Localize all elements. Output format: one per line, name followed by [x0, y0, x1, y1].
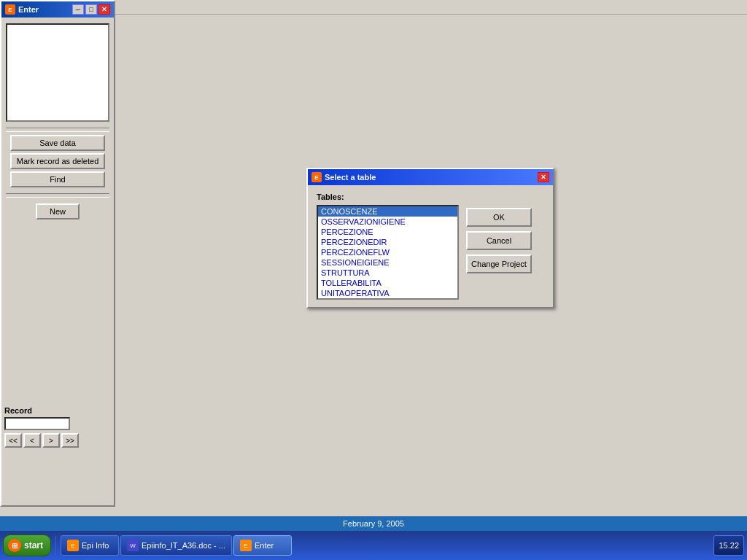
table-item-osservazionigiene[interactable]: OSSERVAZIONIGIENE	[318, 217, 457, 227]
taskbar-clock: 15.22	[713, 535, 744, 556]
clock-time: 15.22	[719, 541, 739, 550]
start-button[interactable]: ⊞ start	[3, 534, 51, 556]
save-data-button[interactable]: Save data	[10, 135, 105, 151]
nav-next-button[interactable]: >	[42, 433, 60, 448]
taskbar-doc-label: Epiinfo_IT_A36.doc - ...	[142, 541, 225, 550]
nav-last-button[interactable]: >>	[61, 433, 79, 448]
nav-prev-button[interactable]: <	[23, 433, 41, 448]
epiinfo-icon: E	[67, 540, 79, 551]
enter-app-icon: E	[5, 4, 15, 15]
table-item-percezionedir[interactable]: PERCEZIONEDIR	[318, 237, 457, 247]
start-icon: ⊞	[8, 539, 21, 552]
display-area	[6, 23, 109, 122]
new-button[interactable]: New	[36, 203, 80, 219]
mark-deleted-button[interactable]: Mark record as deleted	[10, 153, 105, 169]
table-item-sessioneigiene[interactable]: SESSIONEIGIENE	[318, 257, 457, 268]
date-text: February 9, 2005	[343, 519, 404, 528]
find-button[interactable]: Find	[10, 171, 105, 187]
left-panel-titlebar: E Enter ─ □ ✕	[1, 1, 114, 18]
minimize-button[interactable]: ─	[72, 4, 84, 15]
dialog-close-button[interactable]: ✕	[538, 172, 549, 182]
record-label: Record	[4, 406, 114, 415]
enter-icon: E	[240, 540, 252, 551]
dialog-title: Select a table	[325, 173, 376, 182]
doc-icon: W	[127, 540, 139, 551]
table-item-percezione[interactable]: PERCEZIONE	[318, 227, 457, 237]
taskbar-item-epiinfo[interactable]: E Epi Info	[61, 535, 119, 556]
table-item-tollerabilita[interactable]: TOLLERABILITA	[318, 278, 457, 288]
left-panel-title: Enter	[18, 5, 39, 14]
ok-button[interactable]: OK	[466, 208, 532, 227]
cancel-button[interactable]: Cancel	[466, 231, 532, 250]
nav-buttons: << < > >>	[4, 433, 114, 448]
close-button[interactable]: ✕	[98, 4, 110, 15]
taskbar-items: E Epi Info W Epiinfo_IT_A36.doc - ... E …	[61, 535, 711, 556]
dialog-titlebar-left: E Select a table	[311, 172, 376, 182]
titlebar-controls: ─ □ ✕	[72, 4, 110, 15]
taskbar: ⊞ start E Epi Info W Epiinfo_IT_A36.doc …	[0, 531, 747, 560]
separator-2	[6, 193, 109, 194]
record-input[interactable]	[4, 417, 70, 430]
dialog-buttons: OK Cancel Change Project	[466, 205, 532, 300]
dialog-titlebar: E Select a table ✕	[308, 169, 553, 185]
start-label: start	[24, 540, 43, 551]
table-listbox[interactable]: CONOSCENZE OSSERVAZIONIGIENE PERCEZIONE …	[317, 205, 459, 300]
separator-light-1	[6, 131, 109, 132]
separator-light-2	[6, 197, 109, 198]
table-item-struttura[interactable]: STRUTTURA	[318, 268, 457, 278]
dialog-body: CONOSCENZE OSSERVAZIONIGIENE PERCEZIONE …	[317, 205, 544, 300]
separator-1	[6, 128, 109, 128]
taskbar-item-doc[interactable]: W Epiinfo_IT_A36.doc - ...	[120, 535, 232, 556]
change-project-button[interactable]: Change Project	[466, 254, 532, 273]
taskbar-divider	[55, 536, 56, 555]
record-section: Record << < > >>	[1, 403, 117, 451]
table-item-percezioneflw[interactable]: PERCEZIONEFLW	[318, 247, 457, 257]
tables-label: Tables:	[317, 192, 544, 201]
nav-first-button[interactable]: <<	[4, 433, 22, 448]
table-item-unitaoperativa[interactable]: UNITAOPERATIVA	[318, 288, 457, 298]
maximize-button[interactable]: □	[85, 4, 97, 15]
select-table-dialog: E Select a table ✕ Tables: CONOSCENZE OS…	[306, 168, 554, 308]
taskbar-item-enter[interactable]: E Enter	[233, 535, 292, 556]
date-bar: February 9, 2005	[0, 516, 747, 531]
left-panel: E Enter ─ □ ✕ Save data Mark record as d…	[0, 0, 115, 507]
taskbar-epiinfo-label: Epi Info	[82, 541, 109, 550]
dialog-content: Tables: CONOSCENZE OSSERVAZIONIGIENE PER…	[308, 185, 553, 307]
titlebar-left: E Enter	[5, 4, 39, 15]
taskbar-enter-label: Enter	[255, 541, 274, 550]
dialog-app-icon: E	[311, 172, 322, 182]
table-item-conoscenze[interactable]: CONOSCENZE	[318, 206, 457, 217]
